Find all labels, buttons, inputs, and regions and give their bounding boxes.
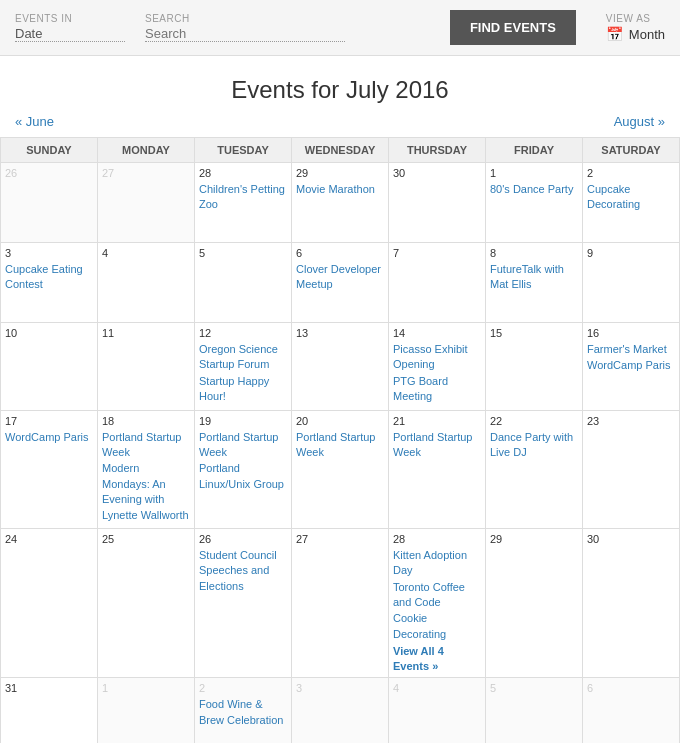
day-number: 11 [102, 327, 190, 339]
event-link[interactable]: Startup Happy Hour! [199, 374, 287, 405]
event-link[interactable]: Picasso Exhibit Opening [393, 342, 481, 373]
day-number: 1 [102, 682, 190, 694]
event-link[interactable]: Toronto Coffee and Code [393, 580, 481, 611]
calendar-day: 6Clover Developer Meetup [292, 243, 389, 323]
event-link[interactable]: Clover Developer Meetup [296, 262, 384, 293]
event-link[interactable]: 80's Dance Party [490, 182, 578, 197]
day-number: 30 [587, 533, 675, 545]
event-link[interactable]: WordCamp Paris [5, 430, 93, 445]
calendar-header-row: SUNDAYMONDAYTUESDAYWEDNESDAYTHURSDAYFRID… [1, 138, 680, 163]
find-events-button[interactable]: FIND EVENTS [450, 10, 576, 45]
calendar-day: 14Picasso Exhibit OpeningPTG Board Meeti… [389, 323, 486, 411]
day-number: 14 [393, 327, 481, 339]
calendar-day: 22Dance Party with Live DJ [486, 410, 583, 528]
calendar-body: 262728Children's Petting Zoo29Movie Mara… [1, 163, 680, 744]
calendar-day: 15 [486, 323, 583, 411]
event-link[interactable]: WordCamp Paris [587, 358, 675, 373]
day-number: 20 [296, 415, 384, 427]
event-link[interactable]: Portland Linux/Unix Group [199, 461, 287, 492]
calendar-header-thursday: THURSDAY [389, 138, 486, 163]
calendar-day: 29Movie Marathon [292, 163, 389, 243]
event-link[interactable]: Modern Mondays: An Evening with Lynette … [102, 461, 190, 523]
calendar-day: 17WordCamp Paris [1, 410, 98, 528]
event-link[interactable]: Kitten Adoption Day [393, 548, 481, 579]
day-number: 23 [587, 415, 675, 427]
view-as-label: VIEW AS [606, 13, 651, 24]
day-number: 27 [102, 167, 190, 179]
event-link[interactable]: Portland Startup Week [199, 430, 287, 461]
calendar-day: 9 [583, 243, 680, 323]
event-link[interactable]: Oregon Science Startup Forum [199, 342, 287, 373]
day-number: 29 [296, 167, 384, 179]
event-link[interactable]: Cookie Decorating [393, 611, 481, 642]
view-as-inner[interactable]: 📅 Month [606, 26, 665, 42]
calendar-day: 25 [98, 528, 195, 677]
calendar-day: 26 [1, 163, 98, 243]
day-number: 1 [490, 167, 578, 179]
search-label: SEARCH [145, 13, 345, 24]
event-link[interactable]: Food Wine & Brew Celebration [199, 697, 287, 728]
day-number: 29 [490, 533, 578, 545]
calendar-icon: 📅 [606, 26, 623, 42]
day-number: 4 [393, 682, 481, 694]
event-link[interactable]: Portland Startup Week [296, 430, 384, 461]
event-link[interactable]: Portland Startup Week [393, 430, 481, 461]
calendar-day: 20Portland Startup Week [292, 410, 389, 528]
calendar-day: 4 [389, 678, 486, 743]
view-as-group: VIEW AS 📅 Month [606, 13, 665, 42]
event-link[interactable]: Farmer's Market [587, 342, 675, 357]
event-link[interactable]: Movie Marathon [296, 182, 384, 197]
calendar-day: 3 [292, 678, 389, 743]
calendar-week-3: 17WordCamp Paris18Portland Startup WeekM… [1, 410, 680, 528]
view-all-events-link[interactable]: View All 4 Events » [393, 645, 444, 672]
calendar-day: 16Farmer's MarketWordCamp Paris [583, 323, 680, 411]
search-input[interactable] [145, 26, 345, 42]
day-number: 24 [5, 533, 93, 545]
day-number: 10 [5, 327, 93, 339]
day-number: 30 [393, 167, 481, 179]
next-month-link-top[interactable]: August » [614, 114, 665, 129]
day-number: 8 [490, 247, 578, 259]
event-link[interactable]: Portland Startup Week [102, 430, 190, 461]
event-link[interactable]: FutureTalk with Mat Ellis [490, 262, 578, 293]
day-number: 27 [296, 533, 384, 545]
calendar-day: 13 [292, 323, 389, 411]
calendar-day: 23 [583, 410, 680, 528]
search-group: SEARCH [145, 13, 345, 42]
calendar-day: 10 [1, 323, 98, 411]
calendar-week-1: 3Cupcake Eating Contest456Clover Develop… [1, 243, 680, 323]
events-in-input[interactable] [15, 26, 125, 42]
calendar-week-2: 101112Oregon Science Startup ForumStartu… [1, 323, 680, 411]
calendar-day: 24 [1, 528, 98, 677]
event-link[interactable]: Children's Petting Zoo [199, 182, 287, 213]
calendar-header-tuesday: TUESDAY [195, 138, 292, 163]
top-month-nav: « June August » [0, 114, 680, 129]
day-number: 26 [199, 533, 287, 545]
day-number: 16 [587, 327, 675, 339]
calendar-day: 4 [98, 243, 195, 323]
calendar-day: 28Children's Petting Zoo [195, 163, 292, 243]
events-in-label: EVENTS IN [15, 13, 125, 24]
calendar-day: 18Portland Startup WeekModern Mondays: A… [98, 410, 195, 528]
calendar-day: 27 [292, 528, 389, 677]
day-number: 22 [490, 415, 578, 427]
day-number: 2 [587, 167, 675, 179]
calendar-day: 21Portland Startup Week [389, 410, 486, 528]
calendar-header-friday: FRIDAY [486, 138, 583, 163]
day-number: 31 [5, 682, 93, 694]
day-number: 9 [587, 247, 675, 259]
day-number: 13 [296, 327, 384, 339]
calendar-header-monday: MONDAY [98, 138, 195, 163]
day-number: 28 [199, 167, 287, 179]
event-link[interactable]: Cupcake Decorating [587, 182, 675, 213]
calendar-day: 26Student Council Speeches and Elections [195, 528, 292, 677]
event-link[interactable]: PTG Board Meeting [393, 374, 481, 405]
event-link[interactable]: Cupcake Eating Contest [5, 262, 93, 293]
event-link[interactable]: Student Council Speeches and Elections [199, 548, 287, 594]
prev-month-link-top[interactable]: « June [15, 114, 54, 129]
day-number: 21 [393, 415, 481, 427]
calendar-day: 3Cupcake Eating Contest [1, 243, 98, 323]
event-link[interactable]: Dance Party with Live DJ [490, 430, 578, 461]
day-number: 4 [102, 247, 190, 259]
calendar-day: 29 [486, 528, 583, 677]
